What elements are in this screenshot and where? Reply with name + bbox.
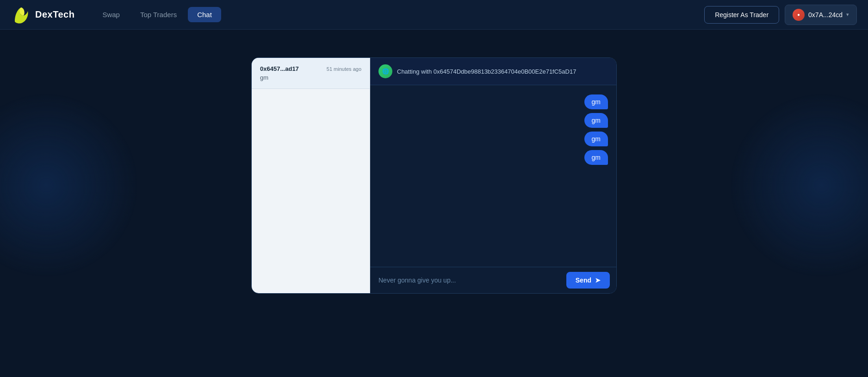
conv-item-header: 0x6457...ad17 51 minutes ago — [260, 65, 361, 72]
register-as-trader-button[interactable]: Register As Trader — [704, 6, 779, 24]
list-item[interactable]: 0x6457...ad17 51 minutes ago gm — [252, 58, 370, 89]
chat-container: 0x6457...ad17 51 minutes ago gm 🌐 Chatti… — [251, 57, 617, 294]
main-content: 0x6457...ad17 51 minutes ago gm 🌐 Chatti… — [0, 30, 868, 377]
nav-links: Swap Top Traders Chat — [93, 7, 704, 22]
send-label: Send — [576, 276, 591, 284]
chat-input-area: Send ➤ — [370, 267, 616, 293]
chat-messages: gm gm gm gm — [370, 85, 616, 267]
wallet-address: 0x7A...24cd — [808, 11, 843, 19]
chat-panel: 🌐 Chatting with 0x64574Ddbe98813b2336470… — [370, 58, 616, 293]
conv-address: 0x6457...ad17 — [260, 65, 299, 72]
send-button[interactable]: Send ➤ — [566, 272, 610, 289]
message-bubble: gm — [584, 113, 608, 128]
logo-text: DexTech — [35, 9, 74, 20]
chevron-down-icon: ▾ — [846, 12, 849, 18]
message-bubble: gm — [584, 132, 608, 146]
wallet-avatar: ● — [793, 9, 805, 21]
send-icon: ➤ — [595, 276, 601, 284]
message-input[interactable] — [377, 273, 562, 288]
chat-header: 🌐 Chatting with 0x64574Ddbe98813b2336470… — [370, 58, 616, 85]
nav-swap[interactable]: Swap — [93, 7, 129, 22]
message-bubble: gm — [584, 94, 608, 109]
chat-header-avatar: 🌐 — [378, 64, 392, 78]
nav-chat[interactable]: Chat — [188, 7, 221, 22]
logo[interactable]: DexTech — [11, 5, 74, 25]
nav-right: Register As Trader ● 0x7A...24cd ▾ — [704, 5, 857, 25]
conv-time: 51 minutes ago — [327, 66, 361, 72]
logo-icon — [11, 5, 31, 25]
message-bubble: gm — [584, 150, 608, 165]
nav-top-traders[interactable]: Top Traders — [131, 7, 186, 22]
chat-header-title: Chatting with 0x64574Ddbe98813b23364704e… — [397, 68, 576, 75]
conversations-panel: 0x6457...ad17 51 minutes ago gm — [252, 58, 370, 293]
wallet-button[interactable]: ● 0x7A...24cd ▾ — [785, 5, 857, 25]
navbar: DexTech Swap Top Traders Chat Register A… — [0, 0, 868, 30]
conv-preview: gm — [260, 74, 361, 81]
